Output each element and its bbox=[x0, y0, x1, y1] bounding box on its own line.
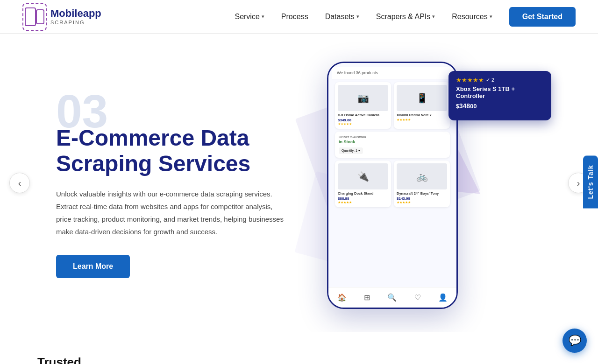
hero-title: E-Commerce Data Scraping Services bbox=[56, 125, 290, 176]
product-image-phone: 📱 bbox=[397, 85, 447, 111]
product-image-bike: 🚲 bbox=[397, 163, 447, 189]
product-name: DJI Osmo Active Camera bbox=[338, 113, 388, 117]
in-stock-card: Deliver to Australia In Stock Quantity: … bbox=[335, 132, 450, 158]
nav-datasets[interactable]: Datasets ▾ bbox=[325, 13, 359, 21]
product-price: $349.00 bbox=[338, 118, 388, 122]
phone-nav-user-icon: 👤 bbox=[438, 293, 448, 302]
phone-nav-search-icon: 🔍 bbox=[387, 293, 397, 302]
product-card: 📷 DJI Osmo Active Camera $349.00 ★★★★★ bbox=[335, 82, 391, 129]
floating-stars: ★★★★★ bbox=[456, 77, 484, 84]
phone-nav-home-icon: 🏠 bbox=[337, 293, 347, 302]
price-value: 348 bbox=[459, 102, 470, 110]
in-stock-label: In Stock bbox=[339, 140, 446, 144]
chevron-down-icon: ▾ bbox=[490, 14, 492, 20]
star-rating: ★★★★★ bbox=[338, 201, 388, 204]
floating-star-count: ✓ 2 bbox=[486, 77, 494, 83]
hero-content: 03 E-Commerce Data Scraping Services Unl… bbox=[56, 88, 290, 278]
hero-visual: We found 36 products 📷 DJI Osmo Active C… bbox=[290, 52, 561, 314]
nav-scrapers[interactable]: Scrapers & APIs ▾ bbox=[376, 13, 435, 21]
nav-service[interactable]: Service ▾ bbox=[235, 13, 264, 21]
learn-more-button[interactable]: Learn More bbox=[56, 255, 130, 278]
nav-resources[interactable]: Resources ▾ bbox=[452, 13, 492, 21]
star-rating: ★★★★★ bbox=[397, 201, 447, 204]
chat-icon: 💬 bbox=[569, 335, 581, 347]
product-price: $143.99 bbox=[397, 196, 447, 201]
floating-product-price: $34800 bbox=[456, 102, 544, 115]
logo-tagline: SCRAPING bbox=[50, 20, 101, 25]
floating-product-card: ★★★★★ ✓ 2 Xbox Series S 1TB + Controller… bbox=[448, 71, 551, 120]
logo-icon bbox=[22, 3, 47, 31]
product-name: Charging Dock Stand bbox=[338, 191, 388, 196]
star-rating: ★★★★★ bbox=[338, 122, 388, 126]
floating-product-title: Xbox Series S 1TB + Controller bbox=[456, 85, 544, 99]
product-name: Xiaomi Redmi Note 7 bbox=[397, 113, 447, 117]
product-image-camera: 📷 bbox=[338, 85, 388, 111]
phone-screen: We found 36 products 📷 DJI Osmo Active C… bbox=[328, 63, 456, 308]
nav-links: Service ▾ Process Datasets ▾ Scrapers & … bbox=[235, 7, 576, 27]
product-card: 🚲 Dynacraft 24" Boys' Tony $143.99 ★★★★★ bbox=[394, 161, 450, 207]
product-grid: 📷 DJI Osmo Active Camera $349.00 ★★★★★ 📱… bbox=[332, 79, 453, 210]
chat-bubble-button[interactable]: 💬 bbox=[562, 329, 587, 353]
navbar: Mobileapp SCRAPING Service ▾ Process Dat… bbox=[0, 0, 598, 34]
chevron-down-icon: ▾ bbox=[262, 14, 264, 20]
trusted-title: Trusted By Top Brands bbox=[37, 355, 88, 364]
product-price: $88.88 bbox=[338, 196, 388, 201]
price-symbol: $ bbox=[456, 103, 459, 110]
carousel-prev-button[interactable]: ‹ bbox=[9, 173, 30, 193]
chevron-down-icon: ▾ bbox=[432, 14, 435, 20]
hero-section: ‹ 03 E-Commerce Data Scraping Services U… bbox=[0, 34, 598, 332]
phone-nav-heart-icon: ♡ bbox=[414, 293, 421, 302]
hero-description: Unlock valuable insights with our e-comm… bbox=[56, 188, 290, 238]
product-card: 📱 Xiaomi Redmi Note 7 ★★★★★ bbox=[394, 82, 450, 129]
phone-mockup: We found 36 products 📷 DJI Osmo Active C… bbox=[327, 62, 458, 309]
location-label: Deliver to Australia bbox=[339, 135, 446, 139]
trusted-brands-section: Trusted By Top Brands ● zomato ⚙ snapdea… bbox=[0, 332, 598, 364]
chevron-down-icon: ▾ bbox=[356, 14, 359, 20]
price-cents: 00 bbox=[470, 103, 477, 110]
quantity-box: Quantity: 1 ▾ bbox=[339, 147, 363, 154]
star-rating: ★★★★★ bbox=[397, 118, 447, 122]
logo[interactable]: Mobileapp SCRAPING bbox=[22, 3, 101, 31]
phone-nav-grid-icon: ⊞ bbox=[364, 293, 370, 302]
get-started-button[interactable]: Get Started bbox=[509, 7, 576, 27]
phone-navigation: 🏠 ⊞ 🔍 ♡ 👤 bbox=[328, 287, 456, 308]
logo-name: Mobileapp bbox=[50, 8, 101, 19]
product-image-dock: 🔌 bbox=[338, 163, 388, 189]
phone-header: We found 36 products bbox=[332, 67, 453, 79]
product-name: Dynacraft 24" Boys' Tony bbox=[397, 191, 447, 196]
logo-text: Mobileapp SCRAPING bbox=[50, 8, 101, 25]
product-card: 🔌 Charging Dock Stand $88.88 ★★★★★ bbox=[335, 161, 391, 207]
nav-process[interactable]: Process bbox=[281, 13, 308, 21]
lets-talk-button[interactable]: Let's Talk bbox=[583, 156, 598, 209]
